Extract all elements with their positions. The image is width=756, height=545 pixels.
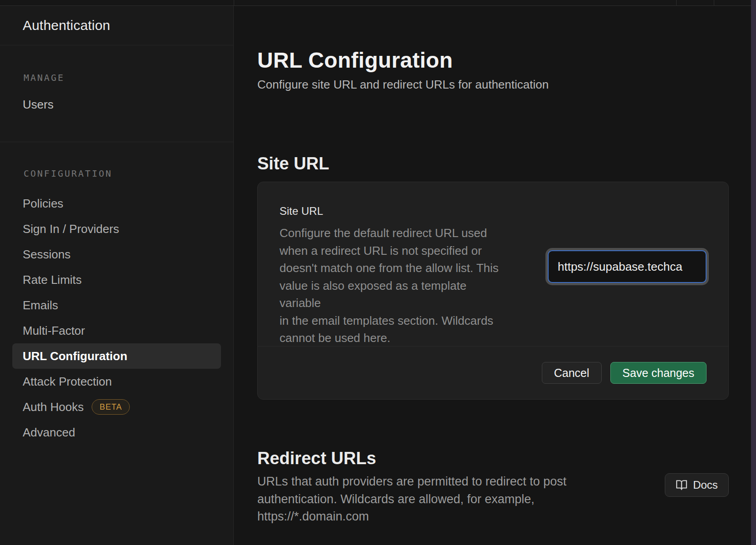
save-changes-button[interactable]: Save changes [610, 362, 707, 384]
top-bar-divider [676, 0, 677, 6]
redirect-urls-description: URLs that auth providers are permitted t… [257, 473, 566, 525]
sidebar-item-attack-protection[interactable]: Attack Protection [12, 369, 221, 394]
redirect-urls-section-heading: Redirect URLs [257, 450, 376, 467]
sidebar-config-items: Policies Sign In / Providers Sessions Ra… [12, 191, 221, 445]
book-open-icon [676, 479, 687, 491]
sidebar-section-manage-label: MANAGE [24, 72, 64, 83]
sidebar-item-rate-limits[interactable]: Rate Limits [12, 267, 221, 292]
sidebar-section-configuration-label: CONFIGURATION [24, 168, 113, 179]
sidebar-item-users[interactable]: Users [12, 94, 221, 115]
window-edge-strip [751, 0, 756, 545]
top-bar [0, 0, 751, 6]
docs-button[interactable]: Docs [665, 473, 729, 497]
sidebar-item-emails[interactable]: Emails [12, 292, 221, 318]
site-url-card-footer: Cancel Save changes [258, 346, 728, 399]
sidebar-item-multi-factor[interactable]: Multi-Factor [12, 318, 221, 343]
sidebar-item-sessions[interactable]: Sessions [12, 242, 221, 267]
site-url-card: Site URL Configure the default redirect … [257, 182, 729, 400]
site-url-input[interactable] [548, 250, 707, 283]
site-url-section-heading: Site URL [257, 155, 329, 172]
docs-button-label: Docs [693, 479, 718, 491]
top-bar-divider [234, 0, 234, 6]
sidebar-item-sign-in-providers[interactable]: Sign In / Providers [12, 216, 221, 242]
site-url-field-label: Site URL [280, 205, 323, 218]
auth-sidebar: Authentication MANAGE Users CONFIGURATIO… [0, 6, 234, 545]
top-bar-divider [714, 0, 714, 6]
sidebar-item-advanced[interactable]: Advanced [12, 420, 221, 445]
sidebar-item-auth-hooks[interactable]: Auth Hooks BETA [12, 394, 221, 420]
page-title: URL Configuration [257, 50, 453, 71]
page-subtitle: Configure site URL and redirect URLs for… [257, 79, 549, 90]
beta-badge: BETA [92, 399, 130, 415]
sidebar-item-policies[interactable]: Policies [12, 191, 221, 216]
sidebar-item-url-configuration[interactable]: URL Configuration [12, 343, 221, 369]
main-content: URL Configuration Configure site URL and… [234, 6, 751, 545]
site-url-field-description: Configure the default redirect URL used … [280, 224, 511, 347]
cancel-button[interactable]: Cancel [542, 362, 602, 384]
sidebar-divider [0, 142, 233, 142]
sidebar-title: Authentication [0, 6, 233, 45]
